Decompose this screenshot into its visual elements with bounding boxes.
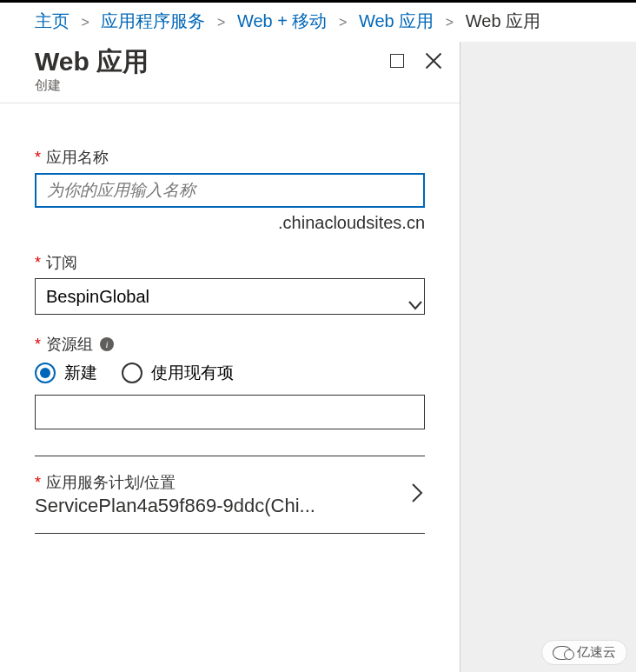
blade-title: Web 应用 xyxy=(35,47,390,76)
breadcrumb-sep: > xyxy=(82,15,89,30)
app-name-input[interactable] xyxy=(35,173,425,208)
resource-group-field: * 资源组 i 新建 使用现有项 xyxy=(35,334,425,429)
watermark: 亿速云 xyxy=(541,640,627,665)
radio-existing[interactable]: 使用现有项 xyxy=(122,362,234,384)
subscription-field: * 订阅 BespinGlobal xyxy=(35,252,425,315)
breadcrumb-sep: > xyxy=(217,15,225,30)
info-icon[interactable]: i xyxy=(100,337,114,351)
resource-group-label: 资源组 xyxy=(46,334,93,355)
domain-suffix: .chinacloudsites.cn xyxy=(35,213,425,233)
breadcrumb-web-mobile[interactable]: Web + 移动 xyxy=(237,11,328,30)
radio-new-label: 新建 xyxy=(64,362,97,384)
subscription-label: 订阅 xyxy=(46,252,77,273)
form-area: * 应用名称 .chinacloudsites.cn * 订阅 BespinGl… xyxy=(0,103,460,534)
resource-group-input[interactable] xyxy=(35,395,425,429)
radio-existing-label: 使用现有项 xyxy=(151,362,234,384)
breadcrumb-home[interactable]: 主页 xyxy=(35,11,70,30)
breadcrumb-current: Web 应用 xyxy=(466,11,540,30)
radio-circle-icon xyxy=(122,363,142,383)
maximize-icon[interactable] xyxy=(390,54,404,68)
breadcrumb-web-app[interactable]: Web 应用 xyxy=(359,11,434,30)
radio-circle-icon xyxy=(35,363,56,383)
watermark-text: 亿速云 xyxy=(577,644,616,661)
section-separator xyxy=(35,456,425,456)
close-icon[interactable] xyxy=(425,52,442,70)
subscription-value: BespinGlobal xyxy=(46,287,400,307)
radio-new[interactable]: 新建 xyxy=(35,362,97,384)
chevron-right-icon xyxy=(409,481,425,509)
breadcrumb-app-services[interactable]: 应用程序服务 xyxy=(101,11,205,30)
required-marker: * xyxy=(35,336,41,354)
service-plan-label: 应用服务计划/位置 xyxy=(46,472,176,493)
blade-header: Web 应用 创建 xyxy=(0,42,460,103)
breadcrumb: 主页 > 应用程序服务 > Web + 移动 > Web 应用 > Web 应用 xyxy=(0,3,636,42)
side-gray-panel xyxy=(460,42,636,672)
required-marker: * xyxy=(35,254,41,272)
breadcrumb-sep: > xyxy=(339,15,347,30)
required-marker: * xyxy=(35,149,41,167)
create-web-app-blade: Web 应用 创建 * 应用名称 .chinacloudsites.cn * xyxy=(0,42,460,672)
service-plan-row[interactable]: * 应用服务计划/位置 ServicePlan4a59f869-9ddc(Chi… xyxy=(35,472,425,534)
service-plan-value: ServicePlan4a59f869-9ddc(Chi... xyxy=(35,495,409,517)
app-name-field: * 应用名称 .chinacloudsites.cn xyxy=(35,147,425,233)
subscription-select[interactable]: BespinGlobal xyxy=(35,278,425,315)
breadcrumb-sep: > xyxy=(446,15,454,30)
app-name-label: 应用名称 xyxy=(46,147,109,168)
cloud-icon xyxy=(553,646,572,660)
blade-subtitle: 创建 xyxy=(35,77,390,94)
required-marker: * xyxy=(35,474,41,492)
